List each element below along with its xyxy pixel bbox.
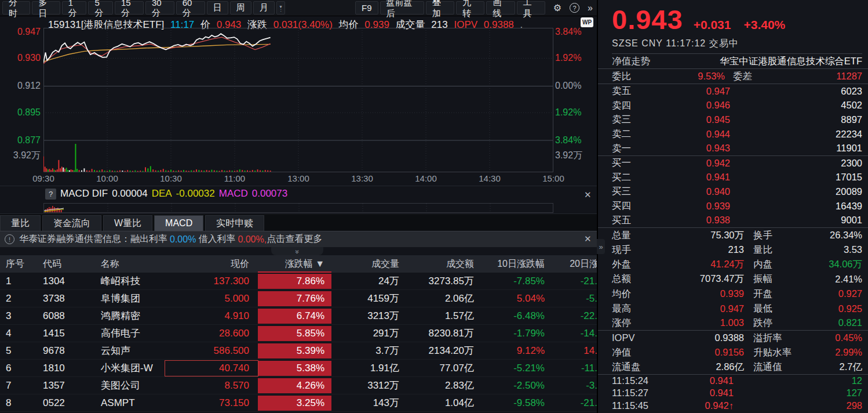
cell-price: 40.740	[185, 363, 249, 374]
order-book-row[interactable]: 买四 0.939 16439	[598, 199, 868, 213]
axis-label: 0.930	[0, 53, 41, 63]
quote-panel: » 0.943 +0.031 +3.40% SZSE CNY 11:17:12 …	[597, 0, 868, 413]
stat-label: 溢折率	[744, 332, 807, 345]
period-dropdown-button[interactable]: ▾ ⋮	[276, 1, 285, 15]
order-book-row[interactable]: 买三 0.940 20089	[598, 184, 868, 199]
stat-label: IOPV	[612, 332, 663, 343]
cell-change-pct: 7.76%	[258, 291, 331, 306]
cell-amount: 2.06亿	[399, 292, 474, 305]
stat-value: 2.86亿	[663, 361, 744, 374]
period-button-多日[interactable]: 多日	[32, 1, 60, 15]
table-row[interactable]: 8 0522 ASMPT 73.150 3.25% 143万 1.04亿 -9.…	[0, 394, 597, 412]
cell-code: 6088	[38, 310, 101, 322]
period-button-月[interactable]: 月	[253, 1, 275, 15]
close-indicator-icon[interactable]: ✕	[584, 190, 592, 200]
cell-index: 2	[0, 293, 38, 305]
period-button-30分[interactable]: 30分	[145, 1, 174, 15]
order-book-row[interactable]: 买五 0.938 9001	[598, 213, 868, 227]
order-book-row[interactable]: 卖二 0.944 22234	[598, 127, 868, 142]
expand-handle[interactable]: »	[271, 247, 323, 255]
period-button-周[interactable]: 周	[230, 1, 251, 15]
stat-value: 3.53	[807, 244, 862, 255]
close-notice-icon[interactable]: ✕	[584, 234, 592, 244]
table-row[interactable]: 1 1304 峰岹科技 137.300 7.86% 24万 3273.85万 -…	[0, 273, 597, 290]
table-row[interactable]: 3 6088 鸿腾精密 4.910 6.74% 3213万 1.57亿 -6.4…	[0, 307, 597, 325]
level-label: 买五	[612, 214, 640, 227]
settings-gear-icon[interactable]: ⚙	[553, 2, 561, 13]
indicator-help-icon[interactable]: ?	[45, 189, 56, 200]
wp-badge-icon[interactable]: WP	[581, 17, 593, 27]
stat-value: 2.7亿	[807, 361, 862, 374]
table-row[interactable]: 2 3738 阜博集团 5.000 7.76% 4159万 2.06亿 5.04…	[0, 290, 597, 307]
cell-20day-change: -11.05%	[545, 363, 597, 374]
stat-label: 最高	[612, 302, 663, 315]
cell-change-pct: 4.26%	[258, 378, 331, 393]
period-button-60分[interactable]: 60分	[176, 1, 205, 15]
table-row[interactable]: 6 1810 小米集团-W 40.740 5.38% 1.91亿 77.07亿 …	[0, 360, 597, 377]
header-4[interactable]: 现价	[185, 258, 249, 270]
order-book-row[interactable]: 卖四 0.946 4502	[598, 99, 868, 113]
intraday-chart[interactable]	[43, 28, 553, 173]
stat-value: 1.003	[663, 317, 744, 328]
tool-buttons-group: F9盘前盘后叠加九转画线工具	[355, 1, 547, 15]
cell-price: 4.910	[185, 310, 249, 322]
cell-20day-change: -22.41%	[545, 310, 597, 322]
tool-button-九转[interactable]: 九转	[456, 1, 484, 15]
header-8[interactable]: 10日涨跌幅	[474, 258, 545, 270]
period-button-1分[interactable]: 1分	[62, 1, 87, 15]
toolbar-more-icon[interactable]: »	[588, 3, 593, 13]
tool-button-工具[interactable]: 工具	[517, 1, 545, 15]
tab-实时申赎[interactable]: 实时申赎	[205, 215, 264, 231]
level-price: 0.940	[640, 186, 730, 197]
header-9[interactable]: 20日涨跌幅	[545, 258, 597, 270]
header-1[interactable]: 序号	[0, 258, 38, 270]
header-5[interactable]: 涨跌幅 ▼	[258, 255, 331, 273]
time-and-sales[interactable]: 11:15:24 0.941 12 11:15:27 0.941 127 11:…	[598, 375, 868, 412]
period-button-分时[interactable]: 分时	[2, 1, 30, 15]
trade-price: 0.941	[676, 387, 734, 398]
order-book-row[interactable]: 买一 0.942 2300	[598, 156, 868, 171]
cell-amount: 8230.81万	[399, 327, 474, 340]
tab-W量比[interactable]: W量比	[103, 215, 152, 231]
cell-name: ASMPT	[101, 397, 185, 409]
header-3[interactable]: 名称	[101, 258, 185, 270]
cell-20day-change: 14.60%	[545, 345, 597, 357]
table-row[interactable]: 7 1357 美图公司 8.570 4.26% 3312万 2.83亿 -2.5…	[0, 377, 597, 394]
cell-code: 1304	[38, 276, 101, 287]
period-buttons-group: 分时多日1分5分15分30分60分日周月	[2, 1, 276, 15]
table-row[interactable]: 4 1415 高伟电子 28.600 5.85% 291万 8230.81万 -…	[0, 325, 597, 342]
header-6[interactable]: 成交量	[331, 258, 399, 270]
tool-button-盘前盘后[interactable]: 盘前盘后	[380, 1, 424, 15]
order-book-row[interactable]: 卖三 0.945 8897	[598, 113, 868, 127]
order-book-row[interactable]: 买二 0.941 17015	[598, 171, 868, 185]
help-icon[interactable]: ?	[570, 3, 579, 13]
axis-label: 1.92%	[555, 107, 596, 118]
tool-button-画线[interactable]: 画线	[486, 1, 515, 15]
header-7[interactable]: 成交额	[399, 258, 474, 270]
period-button-日[interactable]: 日	[207, 1, 228, 15]
period-button-15分[interactable]: 15分	[115, 1, 144, 15]
tab-量比[interactable]: 量比	[0, 215, 41, 231]
cell-code: 9678	[38, 345, 101, 357]
info-icon: !	[5, 234, 14, 244]
tool-button-F9[interactable]: F9	[355, 1, 378, 15]
stats-grid: 总量 75.30万 换手 26.34% 现手 213 量比 3.53 外盘 41…	[598, 228, 868, 375]
table-row[interactable]: 5 9678 云知声 586.500 5.39% 3.7万 2134.20万 9…	[0, 342, 597, 360]
period-button-5分[interactable]: 5分	[88, 1, 113, 15]
cell-change-pct: 5.39%	[258, 343, 331, 358]
notice-bar[interactable]: ! 华泰证券融券通供需信息：融出利率 0.00% 借入利率 0.00%, 点击查…	[0, 231, 597, 247]
level-label: 买三	[612, 185, 640, 198]
tool-button-叠加[interactable]: 叠加	[426, 1, 454, 15]
cell-price: 73.150	[185, 397, 249, 409]
order-book-row[interactable]: 卖一 0.943 11901	[598, 141, 868, 155]
tab-MACD[interactable]: MACD	[154, 215, 203, 231]
time-tick: 10:00	[90, 173, 125, 183]
cell-10day-change: -7.85%	[474, 276, 545, 287]
nav-trend-label[interactable]: 净值走势	[612, 55, 650, 68]
tab-资金流向[interactable]: 资金流向	[42, 215, 101, 231]
order-book-row[interactable]: 卖五 0.947 6023	[598, 84, 868, 99]
cell-volume: 143万	[331, 396, 399, 410]
header-2[interactable]: 代码	[38, 258, 101, 270]
panel-collapse-arrow[interactable]: »	[597, 239, 605, 254]
stat-value: 213	[663, 244, 744, 255]
